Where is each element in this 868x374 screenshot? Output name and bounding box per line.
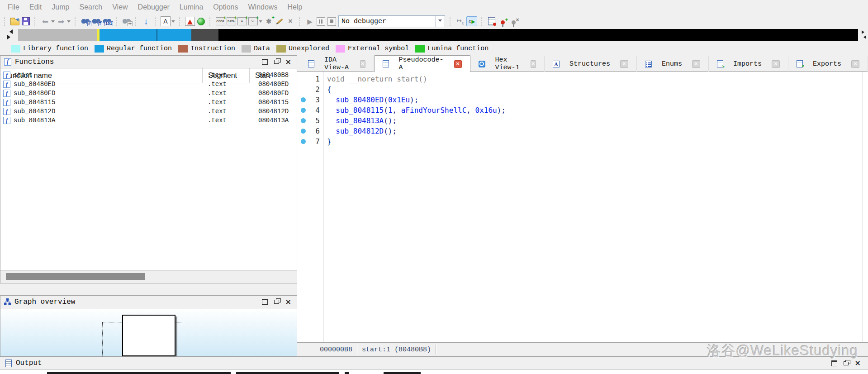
menu-item-jump[interactable]: Jump (47, 1, 74, 13)
graph-overview-canvas[interactable] (0, 308, 297, 357)
maximize-button[interactable] (262, 299, 268, 305)
float-button[interactable] (274, 300, 279, 304)
menu-item-file[interactable]: File (3, 1, 24, 13)
tab-label: Structures (569, 60, 610, 68)
menu-item-windows[interactable]: Windows (243, 1, 282, 13)
make-string-button[interactable]: 's'+ (248, 16, 258, 27)
output-content[interactable] (0, 370, 868, 374)
functions-hscrollbar-thumb[interactable] (6, 273, 145, 280)
tab-close-icon[interactable]: × (531, 60, 536, 68)
tab-enums[interactable]: Enums× (637, 56, 709, 72)
navband-scroll-arrows[interactable] (7, 29, 13, 40)
run-source-button[interactable]: c▶ (466, 16, 477, 27)
tab-structures[interactable]: AStructures× (545, 56, 637, 72)
maximize-button[interactable] (262, 59, 268, 65)
menu-item-options[interactable]: Options (208, 1, 243, 13)
close-button[interactable]: × (285, 299, 291, 305)
breakpoint-delete-button[interactable]: × (508, 16, 518, 27)
toolbar-separator (135, 17, 138, 26)
function-row-sub-804812d[interactable]: fsub_804812D.text0804812D (0, 107, 297, 116)
menu-item-help[interactable]: Help (282, 1, 307, 13)
function-row-start[interactable]: fstart.text080480B8 (0, 71, 297, 80)
line-number: 4 (297, 105, 320, 115)
make-name-button[interactable]: A+ (237, 16, 247, 27)
make-dropdown-arrow[interactable] (259, 20, 262, 24)
tab-close-icon[interactable]: × (772, 60, 780, 68)
search-next-button[interactable]: ⇒ (122, 16, 132, 27)
green-globe-icon (197, 18, 205, 25)
functions-hscrollbar[interactable] (0, 270, 297, 283)
graph-overview-titlebar: Graph overview × (0, 296, 297, 308)
menu-item-lumina[interactable]: Lumina (175, 1, 208, 13)
save-file-button[interactable] (21, 16, 31, 27)
maximize-button[interactable] (831, 360, 837, 366)
debug-run-button[interactable]: ▶ (305, 16, 315, 27)
run-source-icon: c▶ (466, 16, 477, 26)
function-row-sub-80480ed[interactable]: fsub_80480ED.text080480ED (0, 80, 297, 89)
search-text-button[interactable]: T (91, 16, 101, 27)
font-select-button[interactable]: A (161, 16, 171, 27)
close-button[interactable]: × (285, 59, 291, 65)
pseudocode-view[interactable]: 1void __noreturn start()2{3 sub_80480ED(… (297, 72, 868, 343)
nav-back-button[interactable]: ⬅ (40, 16, 50, 27)
legend-label: External symbol (348, 45, 409, 53)
legend-item-unexplored: Unexplored (276, 45, 329, 53)
open-file-button[interactable] (10, 16, 20, 27)
ida-view-icon (308, 60, 314, 67)
functions-panel-titlebar: f Functions × (0, 56, 297, 68)
debugger-combo[interactable]: No debugger (338, 15, 445, 27)
search-immediate-button[interactable]: # (81, 16, 90, 27)
back-dropdown-arrow[interactable] (51, 20, 55, 24)
debug-stop-button[interactable] (327, 16, 337, 27)
tab-close-icon[interactable]: × (851, 60, 859, 68)
tab-hex-view-1[interactable]: Hex View-1× (470, 56, 545, 72)
lumina-button[interactable] (196, 16, 206, 27)
navband-left-arrow-icon[interactable] (7, 29, 13, 34)
menu-item-edit[interactable]: Edit (24, 1, 47, 13)
font-dropdown-arrow[interactable] (171, 20, 175, 24)
legend-label: Instruction (190, 45, 235, 53)
menu-item-debugger[interactable]: Debugger (133, 1, 175, 13)
navigation-band-track[interactable] (18, 29, 858, 41)
tab-close-icon[interactable]: × (454, 60, 462, 68)
output-doc-icon (5, 360, 12, 367)
forward-dropdown-arrow[interactable] (67, 20, 71, 24)
function-row-sub-804813a[interactable]: fsub_804813A.text0804813A (0, 116, 297, 125)
toolbar-separator (4, 17, 7, 26)
make-data-button[interactable]: DATA+ (226, 16, 236, 27)
navigation-band (0, 28, 868, 42)
breakpoint-add-button[interactable]: + (498, 16, 508, 27)
edit-button[interactable] (275, 16, 285, 27)
breakpoint-add-icon: + (501, 20, 505, 24)
tab-close-icon[interactable]: × (620, 60, 628, 68)
menu-item-search[interactable]: Search (74, 1, 107, 13)
jump-address-button[interactable]: ↓ (141, 16, 151, 27)
navband-right-scroll[interactable] (862, 30, 866, 39)
nav-forward-button[interactable]: ➡ (56, 16, 66, 27)
function-row-sub-80480fd[interactable]: fsub_80480FD.text080480FD (0, 89, 297, 98)
tab-exports[interactable]: ↗Exports× (788, 56, 868, 72)
combo-dropdown-arrow[interactable] (435, 16, 445, 27)
step-source-button[interactable]: ↦c (455, 16, 465, 27)
code-line-5: 5 sub_804813A(); (297, 115, 868, 126)
make-code-button[interactable]: CODE+ (215, 16, 225, 27)
problems-list-button[interactable] (185, 16, 195, 27)
float-button[interactable] (844, 361, 849, 365)
debug-pause-button[interactable] (316, 16, 326, 27)
float-button[interactable] (274, 60, 279, 64)
function-start-cell: 080480B8 (249, 72, 297, 79)
toolbar-separator (481, 17, 484, 26)
tab-imports[interactable]: ↘Imports× (709, 56, 788, 72)
tab-close-icon[interactable]: × (692, 60, 700, 68)
tab-pseudocode-a[interactable]: Pseudocode-A× (374, 55, 470, 72)
menu-item-view[interactable]: View (107, 1, 133, 13)
delete-button[interactable]: × (285, 16, 295, 27)
close-button[interactable]: × (855, 360, 861, 366)
search-binary-button[interactable]: 101 (102, 16, 112, 27)
navband-right-arrow-icon[interactable] (7, 35, 13, 39)
tab-close-icon[interactable]: × (360, 60, 365, 68)
function-row-sub-8048115[interactable]: fsub_8048115.text08048115 (0, 98, 297, 107)
create-chunk-button[interactable]: ✱+ (264, 16, 274, 27)
tab-ida-view-a[interactable]: IDA View-A× (300, 56, 374, 72)
breakpoint-list-button[interactable] (487, 16, 497, 27)
